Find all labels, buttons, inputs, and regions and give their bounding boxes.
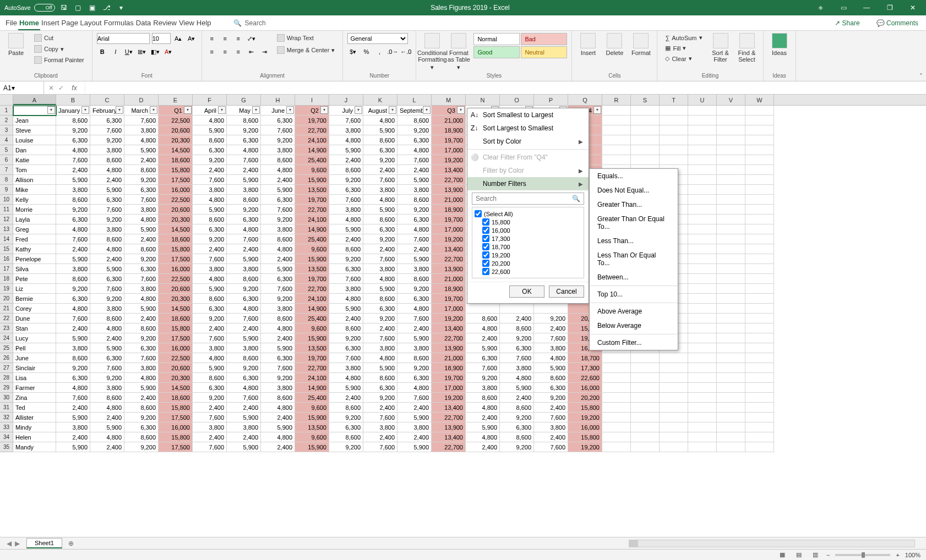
data-cell[interactable]: 7,600 [193,333,227,343]
data-cell[interactable]: 8,600 [329,244,363,254]
data-cell[interactable]: 7,600 [193,175,227,185]
data-cell[interactable] [717,294,745,304]
data-cell[interactable]: 14,500 [159,224,193,234]
name-cell[interactable]: Louise [13,135,56,145]
data-cell[interactable] [602,432,631,442]
zoom-level[interactable]: 100% [905,552,920,558]
data-cell[interactable]: 19,200 [432,234,466,244]
row-header[interactable]: 33 [0,422,13,432]
data-cell[interactable]: 9,200 [397,125,432,135]
empty-cell[interactable] [602,106,631,116]
data-cell[interactable]: 21,000 [432,195,466,205]
data-cell[interactable]: 20,300 [159,135,193,145]
data-cell[interactable]: 9,200 [500,333,534,343]
name-cell[interactable]: Sinclair [13,363,56,373]
data-cell[interactable]: 2,400 [227,323,261,333]
name-cell[interactable]: Lucy [13,333,56,343]
data-cell[interactable]: 3,800 [124,284,159,294]
data-cell[interactable]: 25,400 [295,393,329,403]
format-painter-button[interactable]: Format Painter [31,55,88,65]
data-cell[interactable] [717,403,745,413]
data-cell[interactable]: 9,200 [56,284,90,294]
data-cell[interactable] [745,274,774,284]
data-cell[interactable]: 2,400 [227,165,261,175]
data-cell[interactable]: 2,400 [193,432,227,442]
column-header[interactable]: B [56,95,90,105]
data-cell[interactable] [717,274,745,284]
data-cell[interactable]: 4,800 [90,323,124,333]
data-cell[interactable]: 6,300 [329,185,363,195]
data-cell[interactable] [717,304,745,314]
ribbon-tab-view[interactable]: View [178,17,195,29]
data-cell[interactable]: 4,800 [261,165,295,175]
data-cell[interactable]: 7,600 [124,195,159,205]
data-cell[interactable]: 6,300 [90,353,124,363]
data-cell[interactable]: 9,200 [124,442,159,452]
data-cell[interactable]: 25,400 [295,314,329,323]
data-cell[interactable] [717,195,745,205]
data-cell[interactable]: 18,600 [159,314,193,323]
data-cell[interactable]: 4,800 [124,373,159,383]
data-cell[interactable] [717,363,745,373]
data-cell[interactable]: 4,800 [397,224,432,234]
data-cell[interactable]: 7,600 [227,393,261,403]
data-cell[interactable] [631,432,660,442]
data-cell[interactable] [660,442,688,452]
row-header[interactable]: 21 [0,304,13,314]
column-header[interactable]: M [432,95,466,105]
data-cell[interactable]: 6,300 [193,304,227,314]
align-top-icon[interactable]: ≡ [206,33,217,44]
data-cell[interactable] [688,195,717,205]
data-cell[interactable]: 24,100 [295,135,329,145]
data-cell[interactable] [631,155,660,165]
qat-icon-2[interactable]: ▢ [73,2,84,13]
data-cell[interactable]: 5,900 [193,284,227,294]
name-cell[interactable]: Fred [13,234,56,244]
data-cell[interactable] [745,314,774,323]
data-cell[interactable]: 6,300 [397,135,432,145]
data-cell[interactable] [745,215,774,224]
data-cell[interactable]: 19,700 [295,195,329,205]
data-cell[interactable]: 6,300 [56,294,90,304]
sheet-nav-next-icon[interactable]: ▶ [15,540,20,547]
data-cell[interactable]: 16,000 [568,422,602,432]
name-cell[interactable]: Katie [13,155,56,165]
data-cell[interactable] [660,413,688,422]
data-cell[interactable] [745,294,774,304]
data-cell[interactable]: 20,600 [159,363,193,373]
data-cell[interactable]: 7,600 [329,353,363,363]
data-cell[interactable]: 17,500 [159,442,193,452]
data-cell[interactable]: 5,900 [397,254,432,264]
column-header[interactable]: G [227,95,261,105]
data-cell[interactable]: 7,600 [329,195,363,205]
data-cell[interactable]: 8,600 [124,165,159,175]
data-cell[interactable]: 8,600 [227,116,261,125]
row-header[interactable]: 3 [0,125,13,135]
data-cell[interactable]: 6,300 [363,304,397,314]
data-cell[interactable]: 4,800 [363,195,397,205]
data-cell[interactable] [688,125,717,135]
data-cell[interactable]: 2,400 [261,413,295,422]
data-cell[interactable]: 19,700 [432,135,466,145]
data-cell[interactable] [688,393,717,403]
data-cell[interactable]: 3,800 [90,145,124,155]
data-cell[interactable]: 13,400 [432,403,466,413]
data-cell[interactable]: 15,800 [159,165,193,175]
name-cell[interactable]: Dan [13,145,56,155]
ribbon-tab-data[interactable]: Data [135,17,152,29]
filter-search-box[interactable]: 🔍 [472,193,584,205]
data-cell[interactable]: 5,900 [227,254,261,264]
name-cell[interactable]: Layla [13,215,56,224]
name-cell[interactable]: Jean [13,116,56,125]
data-cell[interactable]: 3,800 [56,264,90,274]
data-cell[interactable]: 9,200 [227,284,261,294]
underline-button[interactable]: U▾ [123,46,134,57]
data-cell[interactable]: 17,000 [432,304,466,314]
row-header[interactable]: 30 [0,393,13,403]
data-cell[interactable]: 2,400 [56,323,90,333]
data-cell[interactable]: 7,600 [227,314,261,323]
data-cell[interactable] [717,413,745,422]
data-cell[interactable]: 5,900 [261,343,295,353]
data-cell[interactable]: 22,500 [159,116,193,125]
data-cell[interactable]: 3,800 [124,205,159,215]
